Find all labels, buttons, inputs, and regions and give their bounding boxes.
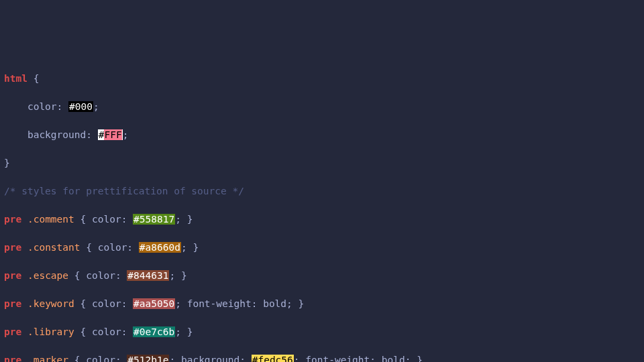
code-line: pre .marker { color: #512b1e; background…: [4, 353, 640, 362]
color-swatch: #844631: [127, 270, 169, 281]
code-line: pre .constant { color: #a8660d; }: [4, 241, 640, 255]
color-swatch: #512b1e: [127, 355, 169, 362]
code-comment: /* styles for prettification of source *…: [4, 184, 640, 198]
color-swatch: #FFF: [98, 129, 123, 140]
code-line: pre .library { color: #0e7c6b; }: [4, 325, 640, 339]
code-line: background: #FFF;: [4, 128, 640, 142]
code-line: pre .comment { color: #558817; }: [4, 213, 640, 227]
color-swatch: #0e7c6b: [133, 326, 175, 337]
code-line: html {: [4, 72, 640, 86]
color-swatch: #000: [68, 101, 93, 112]
code-line: pre .keyword { color: #aa5050; font-weig…: [4, 297, 640, 311]
color-swatch: #558817: [133, 214, 175, 225]
selector-html: html: [4, 73, 28, 84]
color-swatch: #a8660d: [139, 242, 181, 253]
color-swatch: #fedc56: [252, 355, 294, 362]
code-line: }: [4, 156, 640, 170]
editor-viewport[interactable]: html { color: #000; background: #FFF; } …: [0, 56, 644, 362]
code-line: pre .escape { color: #844631; }: [4, 269, 640, 283]
code-line: color: #000;: [4, 100, 640, 114]
color-swatch: #aa5050: [133, 298, 175, 309]
